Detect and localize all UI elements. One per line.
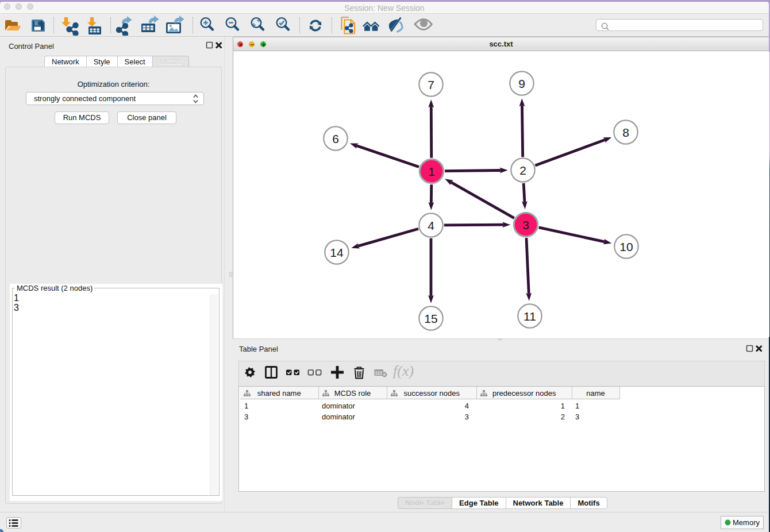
svg-text:14: 14 [330, 246, 344, 259]
svg-text:4: 4 [428, 219, 434, 232]
svg-text:3: 3 [522, 218, 529, 232]
svg-text:15: 15 [424, 312, 437, 325]
svg-text:9: 9 [518, 77, 525, 90]
svg-text:7: 7 [428, 78, 434, 91]
svg-text:1: 1 [428, 165, 435, 178]
svg-text:10: 10 [619, 240, 633, 253]
svg-text:2: 2 [519, 164, 526, 177]
svg-text:11: 11 [523, 310, 536, 323]
svg-text:6: 6 [332, 132, 339, 145]
svg-text:8: 8 [622, 126, 629, 139]
